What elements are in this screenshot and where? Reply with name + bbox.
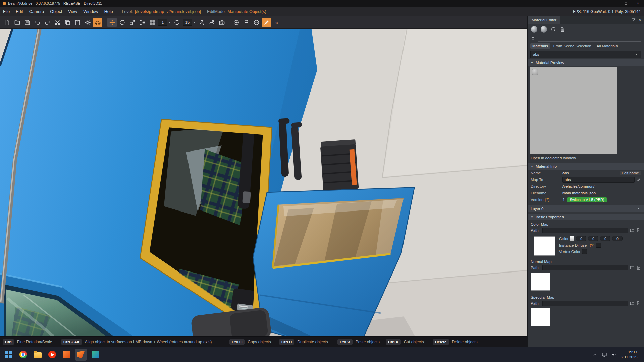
open-dedicated-window-button[interactable]: Open in dedicated window <box>528 154 644 162</box>
instance-diffuse-checkbox[interactable] <box>596 243 601 248</box>
menu-window[interactable]: Window <box>80 9 101 14</box>
tray-chevron-up-icon[interactable] <box>592 352 597 357</box>
editmode-label: EditMode: <box>207 9 226 14</box>
tab-materials[interactable]: Materials <box>530 43 550 49</box>
open-level-button[interactable] <box>12 18 22 27</box>
taskbar-chrome-button[interactable] <box>17 349 29 361</box>
edit-pencil-icon[interactable] <box>636 177 641 182</box>
copy-button[interactable] <box>63 18 72 27</box>
taskbar-app-button-1[interactable] <box>60 349 72 361</box>
material-sphere-button[interactable] <box>252 18 261 27</box>
undo-button[interactable] <box>33 18 42 27</box>
toolbar-overflow-button[interactable]: » <box>272 18 281 27</box>
grid-snap-value[interactable]: 1 <box>158 19 167 26</box>
menu-edit[interactable]: Edit <box>13 9 26 14</box>
color-map-path-input[interactable] <box>542 228 628 233</box>
menu-object[interactable]: Object <box>47 9 65 14</box>
vehicle-tool-button[interactable] <box>93 18 102 27</box>
taskbar-explorer-button[interactable] <box>32 349 44 361</box>
menu-camera[interactable]: Camera <box>26 9 47 14</box>
switch-pbr-button[interactable]: Switch to V1.5 (PBR) <box>567 197 606 202</box>
vertex-color-checkbox[interactable] <box>582 249 587 254</box>
layer-dropdown[interactable]: Layer 0 ▼ <box>528 205 644 212</box>
save-button[interactable] <box>22 18 32 27</box>
grid-snap-dropdown-icon[interactable]: ▼ <box>168 21 171 24</box>
display-icon[interactable] <box>602 352 607 357</box>
instance-diffuse-help-icon[interactable]: (?) <box>590 243 594 247</box>
color-value-b[interactable]: 0 <box>600 236 610 241</box>
maximize-button[interactable]: □ <box>620 0 632 7</box>
name-label: Name <box>531 171 562 175</box>
version-help-icon[interactable]: (?) <box>545 198 549 202</box>
vehicle-icon <box>95 19 101 26</box>
rotate-snap-value[interactable]: 15 <box>183 19 192 26</box>
taskbar-beamng-button[interactable] <box>75 349 87 361</box>
material-select-dropdown[interactable]: abs ▼ <box>530 51 641 58</box>
filter-funnel-icon[interactable] <box>631 18 636 22</box>
add-object-button[interactable] <box>232 18 241 27</box>
material-search-input[interactable] <box>538 35 641 42</box>
level-path-link[interactable]: [/levels/gridmap_v2/main.level.json] <box>135 9 201 14</box>
browse-folder-icon[interactable] <box>630 228 635 233</box>
section-material-info[interactable]: ▼ Material Info <box>528 163 644 170</box>
edit-file-icon[interactable] <box>636 228 641 233</box>
paint-tool-button[interactable] <box>262 18 271 27</box>
panel-close-icon[interactable]: × <box>639 18 641 22</box>
flag-tool-button[interactable] <box>242 18 251 27</box>
redo-button[interactable] <box>43 18 52 27</box>
basic-properties-header: Basic Properties <box>536 215 564 219</box>
settings-button[interactable] <box>83 18 92 27</box>
duplicate-material-button[interactable] <box>541 26 547 33</box>
minimize-button[interactable]: – <box>608 0 620 7</box>
menu-view[interactable]: View <box>65 9 80 14</box>
paste-button[interactable] <box>73 18 82 27</box>
edit-file-icon[interactable] <box>636 301 641 306</box>
terrain-tool-button[interactable] <box>207 18 217 27</box>
browse-folder-icon[interactable] <box>630 301 635 306</box>
start-button[interactable] <box>3 349 15 361</box>
browse-folder-icon[interactable] <box>630 265 635 270</box>
color-value-g[interactable]: 0 <box>588 236 598 241</box>
section-material-preview[interactable]: ▼ Material Preview <box>528 59 644 66</box>
color-value-a[interactable]: 0 <box>612 236 623 241</box>
specular-map-path-input[interactable] <box>542 301 628 306</box>
delete-material-button[interactable] <box>559 26 565 32</box>
taskbar-app-button-2[interactable] <box>89 349 101 361</box>
scale-tool-button[interactable] <box>127 18 137 27</box>
new-file-button[interactable] <box>2 18 12 27</box>
edit-file-icon[interactable] <box>636 265 641 270</box>
map-to-input[interactable] <box>562 177 635 183</box>
move-tool-button[interactable] <box>107 18 117 27</box>
color-map-swatch[interactable] <box>534 236 555 256</box>
preview-sphere-thumbnail[interactable] <box>532 69 538 75</box>
rotate-tool-button[interactable] <box>117 18 127 27</box>
transform-settings-button[interactable] <box>138 18 147 27</box>
menu-help[interactable]: Help <box>101 9 116 14</box>
new-material-button[interactable] <box>531 26 537 33</box>
drop-to-ground-button[interactable] <box>197 18 207 27</box>
material-preview-area[interactable] <box>530 67 617 154</box>
taskbar-media-button[interactable] <box>46 349 58 361</box>
editmode-value[interactable]: Manipulate Object(s) <box>227 9 266 14</box>
normal-map-path-input[interactable] <box>542 265 628 270</box>
cut-button[interactable] <box>53 18 62 27</box>
color-picker-icon[interactable] <box>570 236 574 241</box>
edit-name-button[interactable]: Edit name <box>620 171 641 175</box>
section-basic-properties[interactable]: ▼ Basic Properties <box>528 214 644 220</box>
rotate-snap-button[interactable] <box>172 18 182 27</box>
close-button[interactable]: × <box>632 0 644 7</box>
material-editor-tab[interactable]: Material Editor <box>528 16 560 24</box>
camera-tool-button[interactable] <box>217 18 227 27</box>
speaker-icon[interactable] <box>611 352 617 357</box>
specular-map-swatch[interactable] <box>531 308 550 326</box>
normal-map-swatch[interactable] <box>531 273 550 291</box>
viewport-3d-scene[interactable] <box>0 29 527 336</box>
color-value-r[interactable]: 0 <box>576 236 586 241</box>
menu-file[interactable]: File <box>0 9 13 14</box>
tab-from-scene-selection[interactable]: From Scene Selection <box>551 43 593 49</box>
refresh-materials-button[interactable] <box>550 26 556 32</box>
rotate-snap-dropdown-icon[interactable]: ▼ <box>193 21 196 24</box>
taskbar-clock[interactable]: 19:17 2.11.2025 <box>621 350 637 360</box>
grid-snap-button[interactable] <box>148 18 157 27</box>
tab-all-materials[interactable]: All Materials <box>595 43 620 49</box>
